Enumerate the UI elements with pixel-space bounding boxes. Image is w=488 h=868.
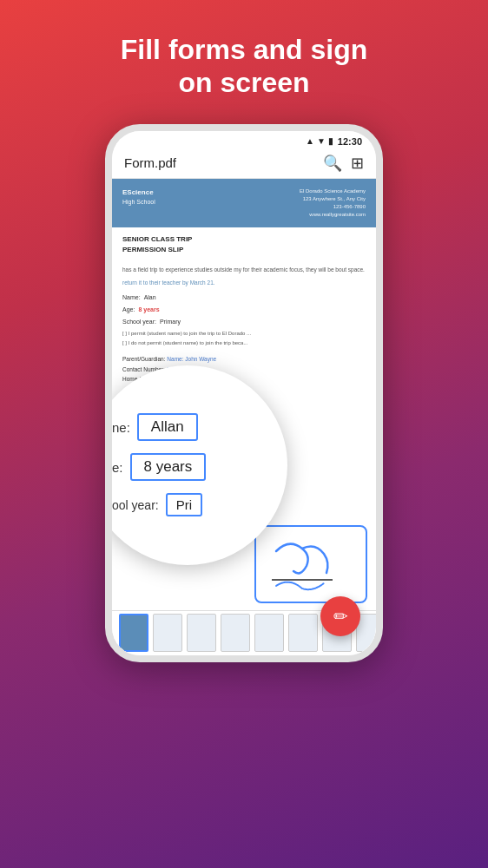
headline-line1: Fill forms and sign [121,34,367,65]
thumbnail-6[interactable] [288,614,318,652]
pdf-parent-row: Parent/Guardian: Name: John Wayne [122,354,366,365]
pdf-header: EScience High School El Dorado Science A… [112,179,376,227]
pdf-form-body: has a field trip to experience studies o… [112,259,376,354]
pdf-parent-label: Parent/Guardian: [122,356,166,362]
pdf-parent-name: Name: John Wayne [167,356,216,362]
pdf-age-row: Age: 8 years [122,305,366,314]
top-bar: Form.pdf 🔍 ⊞ [112,148,376,179]
pen-icon: ✏ [333,606,348,627]
pdf-trip-title: SENIOR CLASS TRIP PERMISSION SLIP [122,234,366,255]
pdf-age-label: Age: [122,305,135,314]
pdf-school-right: El Dorado Science Academy 123 Anywhere S… [300,187,366,219]
pdf-body-text: has a field trip to experience studies o… [122,266,366,274]
headline-line2: on screen [178,67,309,98]
grid-icon[interactable]: ⊞ [351,154,364,173]
pdf-academy-phone: 123-456-7890 [333,204,366,209]
pdf-age-value: 8 years [138,305,159,314]
magnify-field-2: e: 8 years [112,453,206,481]
pdf-school-year-row: School year: Primary [122,317,366,326]
time-display: 12:30 [338,136,362,147]
thumbnail-2[interactable] [153,614,182,652]
pdf-academy-address: 123 Anywhere St., Any City [303,196,366,201]
wifi-icon: ▼ [317,136,326,146]
pdf-school-subname: High School [122,199,155,205]
pdf-academy-name: El Dorado Science Academy [300,188,366,194]
headline-container: Fill forms and sign on screen [86,0,402,100]
pdf-permit-text2: [ ] I do not permit (student name) to jo… [122,339,366,347]
thumbnail-1[interactable] [119,614,148,652]
pdf-permit-text1: [ ] I permit (student name) to join the … [122,329,366,338]
pdf-school-year-label: School year: [122,317,156,326]
signature-box[interactable] [254,525,367,603]
fab-edit-button[interactable]: ✏ [320,596,360,636]
pdf-content: EScience High School El Dorado Science A… [112,179,376,655]
search-icon[interactable]: 🔍 [323,154,342,173]
signature-svg [259,529,363,599]
pdf-title-section: SENIOR CLASS TRIP PERMISSION SLIP [112,227,376,259]
magnify-label-3: ool year: [112,498,159,512]
pdf-name-row: Name: Alan [122,293,366,302]
magnify-value-3: Pri [166,493,202,516]
signal-icon: ▲ [306,136,314,146]
magnify-label-2: e: [112,460,123,475]
thumbnail-4[interactable] [221,614,250,652]
pdf-return-text: return it to their teacher by March 21. [122,279,366,287]
pdf-school-name: EScience [122,188,154,196]
top-bar-icons: 🔍 ⊞ [323,154,364,173]
phone-screen: ▲ ▼ ▮ 12:30 Form.pdf 🔍 ⊞ [112,131,376,655]
magnify-label-1: ne: [112,420,130,435]
phone-shell: ▲ ▼ ▮ 12:30 Form.pdf 🔍 ⊞ [105,124,383,662]
phone-mockup: ▲ ▼ ▮ 12:30 Form.pdf 🔍 ⊞ [105,124,383,662]
status-bar: ▲ ▼ ▮ 12:30 [112,131,376,148]
pdf-name-value: Alan [144,293,156,302]
pdf-name-label: Name: [122,293,141,302]
battery-icon: ▮ [328,136,333,146]
magnify-value-1: Allan [137,413,198,441]
thumbnail-5[interactable] [254,614,284,652]
magnify-value-2: 8 years [130,453,207,481]
file-name: Form.pdf [124,155,176,170]
pdf-school-left: EScience High School [122,187,155,207]
pdf-school-year-value: Primary [160,317,181,326]
thumbnail-3[interactable] [187,614,216,652]
magnify-field-3: ool year: Pri [112,493,202,516]
pdf-academy-web: www.reallygreatsite.com [309,212,366,217]
magnify-field-1: ne: Allan [112,413,198,441]
